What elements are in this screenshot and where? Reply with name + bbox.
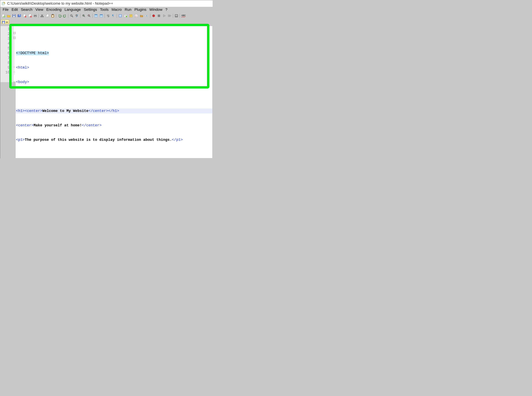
code-line[interactable]: <center>Make yourself at home!</center> (16, 123, 212, 128)
titlebar: C:\Users\wikih\Desktop\welcome to my web… (0, 0, 213, 7)
svg-point-28 (76, 15, 77, 16)
redo-icon[interactable] (62, 13, 67, 18)
svg-rect-19 (35, 16, 36, 17)
line-number: 2 (0, 32, 13, 36)
code-line[interactable]: <body> (16, 80, 212, 85)
find-icon[interactable] (69, 13, 74, 18)
zoom-out-icon[interactable] (87, 13, 92, 18)
svg-rect-7 (13, 14, 15, 15)
close-icon[interactable] (22, 13, 27, 18)
line-number: 8 (0, 60, 13, 65)
fold-toggle-icon[interactable] (13, 32, 16, 34)
line-number: 9 (0, 65, 13, 70)
spell-check-icon[interactable]: ABC (181, 13, 187, 18)
svg-rect-26 (52, 15, 53, 17)
cut-icon[interactable] (40, 13, 45, 18)
svg-point-21 (42, 16, 43, 17)
svg-rect-34 (100, 14, 102, 15)
svg-rect-25 (52, 14, 53, 15)
paste-icon[interactable] (50, 13, 55, 18)
copy-icon[interactable] (45, 13, 50, 18)
toolbar-separator (68, 14, 68, 18)
svg-rect-8 (13, 16, 15, 17)
code-line[interactable]: <p1>The purpose of this website is to di… (16, 138, 212, 142)
menu-view[interactable]: View (34, 7, 45, 12)
code-line[interactable]: <!DOCTYPE html> (16, 51, 212, 56)
menu-settings[interactable]: Settings (82, 7, 99, 12)
svg-rect-39 (130, 14, 132, 17)
svg-rect-50 (175, 16, 177, 16)
doc-map-icon[interactable] (128, 13, 133, 18)
save-macro-icon[interactable] (174, 13, 179, 18)
folder-icon[interactable] (139, 13, 144, 18)
menu-encoding[interactable]: Encoding (45, 7, 63, 12)
menu-language[interactable]: Language (63, 7, 82, 12)
svg-rect-32 (95, 14, 97, 15)
app-icon (1, 1, 6, 6)
toolbar: ¶ fx ABC (0, 12, 213, 19)
menu-plugins[interactable]: Plugins (133, 7, 148, 12)
menu-help[interactable]: ? (164, 7, 169, 12)
new-file-icon[interactable] (1, 13, 6, 18)
line-gutter: 1 2 3 4 5 6 7 8 9 10 (0, 26, 13, 82)
toolbar-separator (56, 14, 56, 18)
svg-rect-45 (158, 15, 160, 17)
sync-horizontal-icon[interactable] (99, 13, 104, 18)
line-number: 10 (0, 70, 13, 75)
open-file-icon[interactable] (6, 13, 11, 18)
close-all-icon[interactable] (27, 13, 32, 18)
code-line[interactable] (16, 94, 212, 99)
replace-icon[interactable] (74, 13, 79, 18)
fold-column (13, 26, 16, 82)
code-content[interactable]: <!DOCTYPE html> <html> <body> <h1><cente… (16, 26, 212, 158)
function-list-icon[interactable]: fx (134, 13, 139, 18)
svg-rect-36 (119, 14, 121, 17)
editor-area: 1 2 3 4 5 6 7 8 9 10 (0, 24, 212, 158)
disk-icon (2, 21, 5, 23)
svg-rect-53 (3, 21, 4, 22)
code-line[interactable]: <html> (16, 65, 212, 70)
fold-end (14, 67, 15, 67)
line-number: 1 (0, 27, 13, 32)
menu-window[interactable]: Window (148, 7, 164, 12)
menu-edit[interactable]: Edit (10, 7, 19, 12)
user-lang-icon[interactable] (123, 13, 128, 18)
svg-point-43 (146, 15, 147, 16)
tab-label: w (6, 21, 8, 23)
macro-play-icon[interactable] (162, 13, 167, 18)
menu-file[interactable]: File (1, 7, 10, 12)
svg-text:¶: ¶ (112, 14, 114, 17)
svg-rect-47 (175, 15, 176, 15)
code-editor[interactable]: 1 2 3 4 5 6 7 8 9 10 (0, 26, 212, 158)
svg-point-20 (41, 16, 42, 17)
macro-stop-icon[interactable] (156, 13, 161, 18)
indent-guide-icon[interactable] (118, 13, 123, 18)
svg-rect-49 (177, 15, 177, 15)
line-number: 5 (0, 46, 13, 51)
line-number: 4 (0, 41, 13, 46)
word-wrap-icon[interactable] (106, 13, 111, 18)
print-icon[interactable] (33, 13, 38, 18)
zoom-in-icon[interactable] (81, 13, 86, 18)
line-number: 6 (0, 51, 13, 56)
line-number: 3 (0, 36, 13, 41)
save-all-icon[interactable] (17, 13, 22, 18)
menu-tools[interactable]: Tools (99, 7, 110, 12)
fold-toggle-icon[interactable] (13, 37, 16, 39)
monitor-icon[interactable] (144, 13, 149, 18)
undo-icon[interactable] (57, 13, 62, 18)
code-line[interactable]: <h1><center>Welcome to My Website</cente… (16, 109, 212, 113)
toolbar-separator (180, 14, 180, 18)
menu-macro[interactable]: Macro (110, 7, 123, 12)
show-symbols-icon[interactable]: ¶ (111, 13, 116, 18)
toolbar-separator (117, 14, 117, 18)
sync-vertical-icon[interactable] (93, 13, 98, 18)
save-icon[interactable] (12, 13, 17, 18)
macro-play-multi-icon[interactable] (167, 13, 172, 18)
title-text: C:\Users\wikih\Desktop\welcome to my web… (7, 1, 113, 6)
svg-point-38 (126, 16, 127, 17)
menu-search[interactable]: Search (19, 7, 34, 12)
macro-record-icon[interactable] (151, 13, 156, 18)
code-line[interactable] (16, 152, 212, 157)
menu-run[interactable]: Run (123, 7, 133, 12)
